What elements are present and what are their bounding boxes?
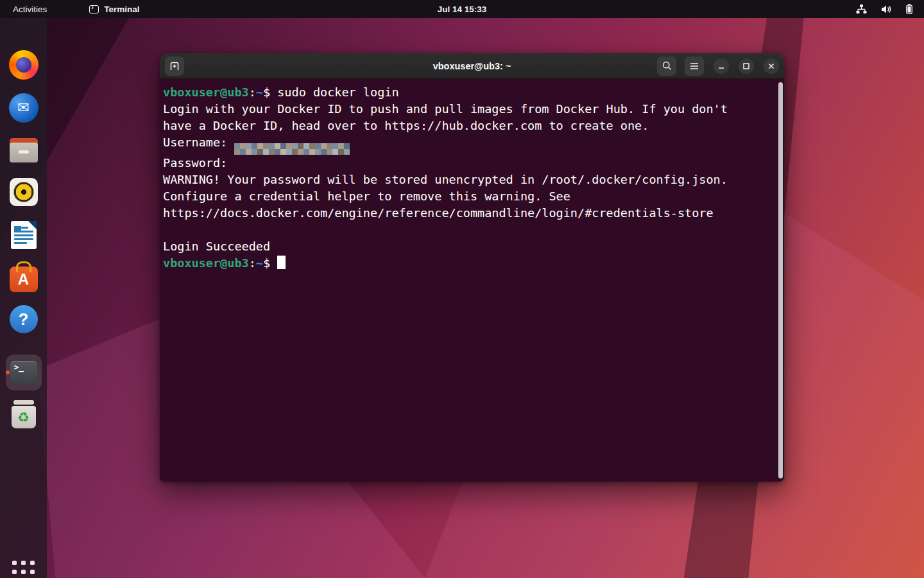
maximize-icon: [743, 63, 749, 69]
terminal-text-segment: vboxuser@ub3: [163, 85, 249, 99]
terminal-line: Configure a credential helper to remove …: [163, 188, 773, 205]
focused-app-menu[interactable]: Terminal: [89, 4, 139, 14]
new-tab-button[interactable]: [165, 57, 184, 76]
ubuntu-software-icon: A: [10, 267, 38, 292]
minimize-icon: [718, 63, 724, 69]
terminal-text-segment: Configure a credential helper to remove …: [163, 189, 570, 203]
new-tab-icon: [169, 62, 180, 71]
terminal-text-segment: ~: [256, 85, 263, 99]
terminal-cursor: [277, 256, 286, 269]
dock-item-trash[interactable]: ♻: [0, 400, 47, 428]
files-icon: [10, 138, 38, 162]
terminal-text-segment: Login with your Docker ID to push and pu…: [163, 102, 728, 116]
running-indicator: [6, 371, 10, 374]
terminal-line: Login with your Docker ID to push and pu…: [163, 101, 773, 118]
dock-item-terminal[interactable]: >_: [0, 355, 47, 390]
active-app-highlight: >_: [6, 355, 42, 390]
system-status-area[interactable]: [856, 0, 924, 18]
trash-icon: ♻: [12, 400, 36, 428]
dock-item-thunderbird[interactable]: ✉: [0, 93, 47, 123]
dock-item-libreoffice-writer[interactable]: [0, 221, 47, 249]
terminal-text-segment: vboxuser@ub3: [163, 256, 249, 270]
search-button[interactable]: [657, 57, 676, 76]
terminal-line: vboxuser@ub3:~$ sudo docker login: [163, 84, 773, 101]
dock-item-firefox[interactable]: [0, 50, 47, 80]
title-bar[interactable]: vboxuser@ub3: ~: [160, 53, 784, 79]
help-icon: ?: [10, 305, 38, 333]
dock-item-files[interactable]: [0, 138, 47, 162]
terminal-line: Password:: [163, 155, 773, 171]
terminal-line: https://docs.docker.com/engine/reference…: [163, 205, 773, 222]
libreoffice-writer-icon: [11, 221, 37, 249]
menu-button[interactable]: [685, 57, 704, 76]
battery-icon: [906, 4, 912, 14]
terminal-line: have a Docker ID, head over to https://h…: [163, 118, 773, 134]
activities-button[interactable]: Activities: [0, 0, 60, 18]
terminal-text-segment: $ sudo docker login: [263, 85, 399, 99]
thunderbird-icon: ✉: [9, 93, 38, 123]
dock-item-rhythmbox[interactable]: [0, 178, 47, 206]
hamburger-menu-icon: [690, 62, 699, 70]
terminal-text-segment: :: [249, 256, 256, 270]
terminal-text-segment: :: [249, 85, 256, 99]
terminal-text-segment: Password:: [163, 156, 227, 170]
terminal-line: [163, 222, 773, 238]
terminal-line: vboxuser@ub3:~$: [163, 255, 773, 272]
firefox-icon: [9, 50, 38, 80]
maximize-button[interactable]: [739, 58, 754, 74]
terminal-output: vboxuser@ub3:~$ sudo docker loginLogin w…: [163, 84, 773, 272]
app-grid-icon: [12, 561, 35, 578]
terminal-text-segment: $: [263, 256, 277, 270]
redacted-username: [234, 143, 350, 155]
terminal-line: WARNING! Your password will be stored un…: [163, 171, 773, 188]
dock: ✉ A ? >_ ♻: [0, 18, 47, 578]
dock-item-app-grid[interactable]: [0, 560, 47, 578]
search-icon: [662, 61, 672, 71]
terminal-text-segment: ~: [256, 256, 263, 270]
close-icon: [768, 63, 774, 69]
top-bar: Activities Terminal Jul 14 15:33: [0, 0, 924, 18]
network-icon: [856, 4, 867, 14]
minimize-button[interactable]: [714, 58, 729, 74]
terminal-text-segment: Username:: [163, 136, 234, 149]
terminal-line: Username:: [163, 134, 773, 155]
terminal-app-icon: [89, 5, 99, 13]
terminal-icon: >_: [10, 361, 37, 384]
desktop-wallpaper: Activities Terminal Jul 14 15:33: [0, 0, 924, 578]
focused-app-label: Terminal: [104, 4, 139, 14]
scrollbar[interactable]: [778, 82, 783, 478]
close-button[interactable]: [764, 58, 779, 74]
rhythmbox-icon: [10, 178, 38, 206]
volume-icon: [881, 4, 892, 14]
terminal-content[interactable]: vboxuser@ub3:~$ sudo docker loginLogin w…: [160, 79, 784, 482]
terminal-text-segment: Login Succeeded: [163, 240, 270, 253]
terminal-text-segment: https://docs.docker.com/engine/reference…: [163, 206, 714, 220]
terminal-text-segment: have a Docker ID, head over to https://h…: [163, 119, 649, 132]
dock-item-ubuntu-software[interactable]: A: [0, 263, 47, 292]
dock-item-help[interactable]: ?: [0, 305, 47, 333]
terminal-window: vboxuser@ub3: ~: [160, 53, 784, 482]
terminal-text-segment: WARNING! Your password will be stored un…: [163, 173, 728, 186]
terminal-line: Login Succeeded: [163, 238, 773, 255]
